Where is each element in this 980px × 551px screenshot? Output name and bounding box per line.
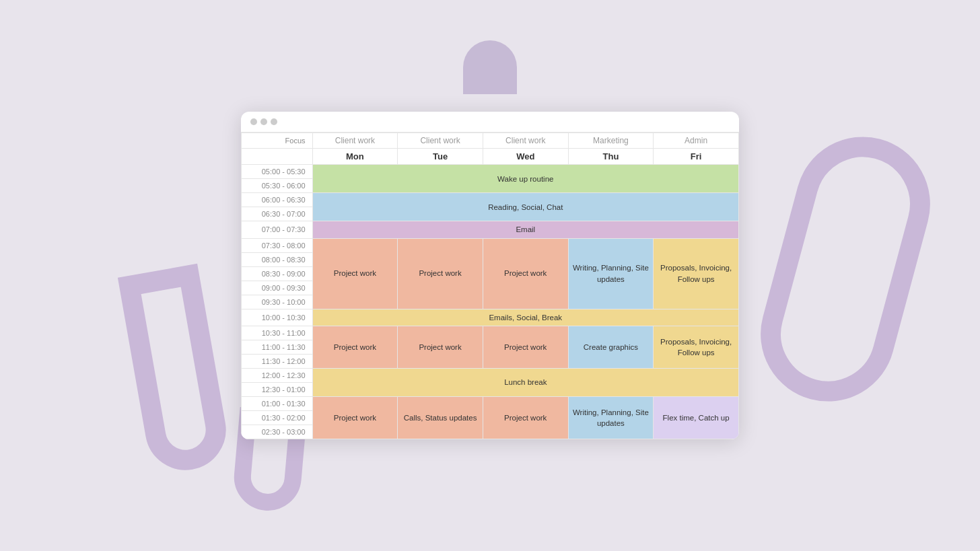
category-thu: Marketing <box>568 133 654 149</box>
time-slot: 07:30 - 08:00 <box>242 238 313 252</box>
flex-time-fri-block: Flex time, Catch up <box>654 396 739 439</box>
emails-social-break-block: Emails, Social, Break <box>312 309 738 326</box>
project-work-tue-2-block: Project work <box>398 326 483 368</box>
project-work-mon-2-block: Project work <box>312 326 398 368</box>
table-row: 05:00 - 05:30 Wake up routine <box>242 165 739 179</box>
day-header-row: Mon Tue Wed Thu Fri <box>242 149 739 165</box>
titlebar <box>241 112 739 133</box>
bg-decoration-right <box>746 122 946 416</box>
time-slot: 06:00 - 06:30 <box>242 193 313 207</box>
time-slot: 09:30 - 10:00 <box>242 295 313 309</box>
dot-3 <box>271 118 277 125</box>
project-work-wed-3-block: Project work <box>483 396 568 439</box>
project-work-wed-block: Project work <box>483 238 568 309</box>
create-graphics-thu-block: Create graphics <box>568 326 654 368</box>
day-fri: Fri <box>654 149 739 165</box>
calls-status-tue-block: Calls, Status updates <box>398 396 483 439</box>
project-work-tue-block: Project work <box>398 238 483 309</box>
table-row: 10:00 - 10:30 Emails, Social, Break <box>242 309 739 326</box>
time-slot: 07:00 - 07:30 <box>242 221 313 238</box>
writing-planning-thu-3-block: Writing, Planning, Site updates <box>568 396 654 439</box>
day-wed: Wed <box>483 149 568 165</box>
time-slot: 12:30 - 01:00 <box>242 382 313 396</box>
category-focus: Focus <box>242 133 313 149</box>
time-slot: 01:30 - 02:00 <box>242 410 313 425</box>
category-mon: Client work <box>312 133 398 149</box>
table-row: 07:30 - 08:00 Project work Project work … <box>242 238 739 252</box>
dot-1 <box>250 118 257 125</box>
reading-block: Reading, Social, Chat <box>312 193 738 221</box>
project-work-wed-2-block: Project work <box>483 326 568 368</box>
table-row: 06:00 - 06:30 Reading, Social, Chat <box>242 193 739 207</box>
proposals-fri-2-block: Proposals, Invoicing, Follow ups <box>654 326 739 368</box>
bg-decoration-left <box>118 264 232 476</box>
dot-2 <box>260 118 267 125</box>
category-fri: Admin <box>654 133 739 149</box>
time-slot: 10:30 - 11:00 <box>242 326 313 340</box>
day-tue: Tue <box>398 149 483 165</box>
time-slot: 11:00 - 11:30 <box>242 340 313 354</box>
lunch-block: Lunch break <box>312 368 738 396</box>
window-controls <box>250 118 277 125</box>
time-slot: 01:00 - 01:30 <box>242 396 313 410</box>
day-thu: Thu <box>568 149 654 165</box>
email-block: Email <box>312 221 738 238</box>
time-slot: 09:00 - 09:30 <box>242 281 313 295</box>
category-header-row: Focus Client work Client work Client wor… <box>242 133 739 149</box>
project-work-mon-3-block: Project work <box>312 396 398 439</box>
schedule-card: Focus Client work Client work Client wor… <box>241 112 739 439</box>
time-slot: 12:00 - 12:30 <box>242 368 313 382</box>
category-wed: Client work <box>483 133 568 149</box>
project-work-mon-block: Project work <box>312 238 398 309</box>
writing-planning-thu-block: Writing, Planning, Site updates <box>568 238 654 309</box>
category-tue: Client work <box>398 133 483 149</box>
time-slot: 06:30 - 07:00 <box>242 207 313 221</box>
bg-decoration-top <box>463 40 517 94</box>
day-label-empty <box>242 149 313 165</box>
proposals-fri-block: Proposals, Invoicing, Follow ups <box>654 238 739 309</box>
time-slot: 02:30 - 03:00 <box>242 425 313 439</box>
time-slot: 11:30 - 12:00 <box>242 354 313 368</box>
time-slot: 10:00 - 10:30 <box>242 309 313 326</box>
day-mon: Mon <box>312 149 398 165</box>
time-slot: 08:00 - 08:30 <box>242 252 313 266</box>
time-slot: 08:30 - 09:00 <box>242 266 313 281</box>
table-row: 01:00 - 01:30 Project work Calls, Status… <box>242 396 739 410</box>
time-slot: 05:00 - 05:30 <box>242 165 313 179</box>
table-row: 10:30 - 11:00 Project work Project work … <box>242 326 739 340</box>
schedule-table: Focus Client work Client work Client wor… <box>241 133 739 439</box>
time-slot: 05:30 - 06:00 <box>242 179 313 193</box>
wake-up-block: Wake up routine <box>312 165 738 193</box>
table-row: 12:00 - 12:30 Lunch break <box>242 368 739 382</box>
table-row: 07:00 - 07:30 Email <box>242 221 739 238</box>
